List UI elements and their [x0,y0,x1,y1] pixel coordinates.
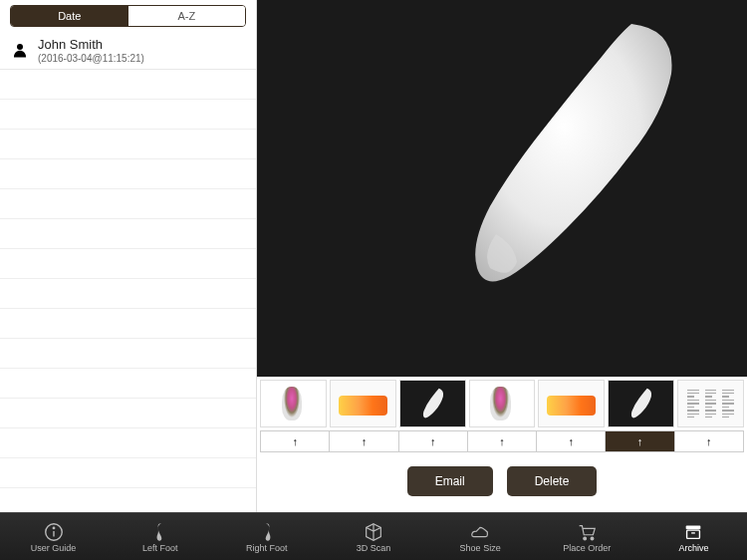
empty-row [0,399,256,428]
foot-l-icon [149,521,171,543]
empty-row [0,219,256,249]
foot-model [402,9,681,308]
svg-rect-7 [687,530,700,538]
thumbnail-scan[interactable] [399,380,466,427]
nav-place-order[interactable]: Place Order [534,513,640,560]
empty-row [0,130,256,159]
empty-row [0,458,256,488]
thumbnail-pressure[interactable] [469,380,536,427]
record-row[interactable]: John Smith (2016-03-04@11:15:21) [0,32,256,70]
arrow-up-button[interactable]: ↑ [330,431,398,451]
svg-point-3 [53,527,54,528]
empty-row [0,369,256,399]
empty-row [0,100,256,130]
person-icon [10,40,30,60]
nav-shoe-size[interactable]: Shoe Size [427,513,534,560]
arrow-up-icon: ↑ [569,435,575,447]
sort-segmented-control: Date A-Z [10,5,246,27]
arrow-up-icon: ↑ [292,435,298,447]
record-name: John Smith [38,37,144,53]
info-icon [43,521,65,543]
record-timestamp: (2016-03-04@11:15:21) [38,53,144,64]
nav-label: Left Foot [142,544,178,553]
empty-row [0,249,256,279]
empty-row [0,70,256,100]
arrow-up-button[interactable]: ↑ [537,431,606,451]
cart-icon [576,521,598,543]
empty-row [0,189,256,219]
delete-button[interactable]: Delete [507,466,598,496]
record-list[interactable]: John Smith (2016-03-04@11:15:21) [0,32,256,512]
nav-left-foot[interactable]: Left Foot [107,513,213,560]
nav-label: Right Foot [246,544,288,553]
arrow-up-icon: ↑ [430,435,436,447]
records-sidebar: Date A-Z John Smith (2016-03-04@11:15:21… [0,0,257,512]
nav-label: Place Order [563,544,611,553]
nav-archive[interactable]: Archive [640,513,747,560]
arrow-up-button[interactable]: ↑ [606,431,674,451]
thumbnail-pressure[interactable] [260,380,327,427]
empty-row [0,309,256,339]
thumbnail-heatmap[interactable] [538,380,605,427]
cube-icon [363,521,384,543]
sort-az-tab[interactable]: A-Z [128,6,246,26]
thumbnail-strip [257,377,747,430]
thumbnail-heatmap[interactable] [330,380,396,427]
arrow-up-button[interactable]: ↑ [468,431,537,451]
thumbnail-arrow-row: ↑↑↑↑↑↑↑ [260,430,744,452]
sort-date-tab[interactable]: Date [11,6,128,26]
archive-icon [682,521,704,543]
nav-label: User Guide [31,544,77,553]
arrow-up-icon: ↑ [637,435,643,447]
nav-label: 3D Scan [357,544,391,553]
arrow-up-button[interactable]: ↑ [675,431,743,451]
bottom-nav: User GuideLeft FootRight Foot3D ScanShoe… [0,512,747,560]
arrow-up-icon: ↑ [362,435,368,447]
foot-r-icon [256,521,278,543]
nav-label: Archive [678,544,708,553]
action-bar: Email Delete [257,452,747,512]
thumbnail-report[interactable] [677,380,744,427]
svg-rect-6 [686,525,701,529]
arrow-up-button[interactable]: ↑ [261,431,330,451]
arrow-up-icon: ↑ [706,435,712,447]
empty-row [0,159,256,189]
empty-row [0,279,256,309]
nav-label: Shoe Size [460,544,501,553]
nav-user-guide[interactable]: User Guide [0,513,107,560]
shoe-icon [469,521,491,543]
empty-row [0,339,256,369]
nav-right-foot[interactable]: Right Foot [213,513,320,560]
thumbnail-scan[interactable] [608,380,674,427]
empty-row [0,428,256,458]
arrow-up-icon: ↑ [499,435,505,447]
svg-point-0 [17,44,23,50]
email-button[interactable]: Email [407,466,493,496]
nav-3d-scan[interactable]: 3D Scan [320,513,426,560]
arrow-up-button[interactable]: ↑ [399,431,468,451]
svg-point-4 [584,537,587,540]
content-panel: ↑↑↑↑↑↑↑ Email Delete [257,0,747,512]
3d-viewer[interactable] [257,0,747,377]
svg-point-5 [591,537,594,540]
